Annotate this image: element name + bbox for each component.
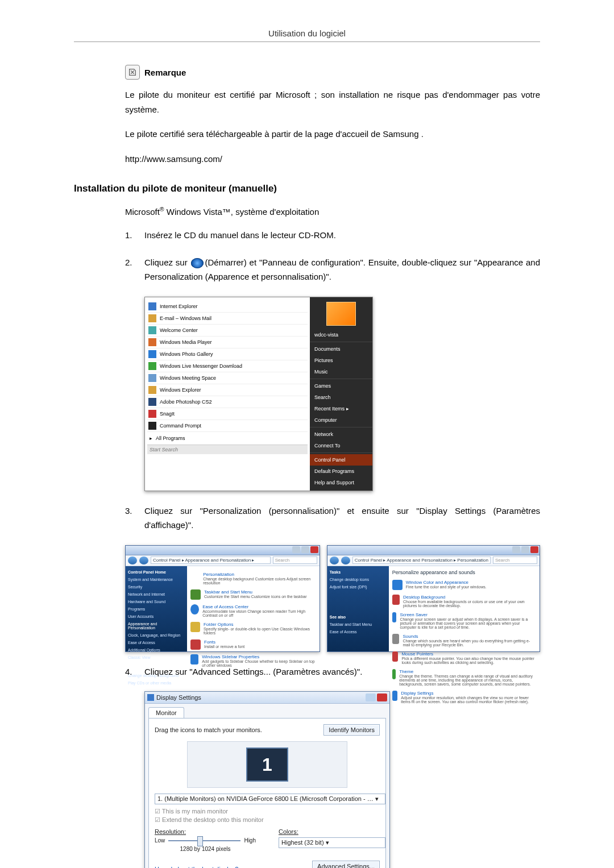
screenshot-display-settings: Display Settings Monitor Drag the icons … xyxy=(144,691,390,868)
sidebar-item[interactable]: Programs xyxy=(128,605,185,613)
start-right-item[interactable]: Default Programs xyxy=(310,466,372,477)
slider-thumb[interactable] xyxy=(197,836,203,846)
sidebar-item[interactable]: Ease of Access xyxy=(330,628,387,636)
cp-item[interactable]: Window Color and AppearanceFine tune the… xyxy=(392,578,536,592)
step-4: 4. Cliquez sur "Advanced Settings... (Pa… xyxy=(125,665,540,679)
ie-icon xyxy=(148,302,156,310)
start-search[interactable]: Start Search xyxy=(147,445,308,454)
nav-back-icon[interactable] xyxy=(330,556,339,564)
start-item[interactable]: Windows Meeting Space xyxy=(147,372,308,384)
sidebar-item[interactable]: Ease of Access xyxy=(128,639,185,646)
start-item[interactable]: SnagIt xyxy=(147,408,308,420)
start-item[interactable]: Internet Explorer xyxy=(147,301,308,313)
cp-item-sub: Specify single- or double-click to open … xyxy=(204,627,316,635)
sidebar-item[interactable]: Taskbar and Start Menu xyxy=(330,621,387,628)
start-right-control-panel[interactable]: Control Panel xyxy=(310,454,372,466)
start-right-item[interactable]: Recent Items ▸ xyxy=(310,403,372,414)
start-item[interactable]: Windows Media Player xyxy=(147,337,308,348)
step-text: Cliquez sur (Démarrer) et "Panneau de co… xyxy=(144,255,540,284)
cp-item[interactable]: FontsInstall or remove a font xyxy=(190,637,316,652)
step-2: 2. Cliquez sur (Démarrer) et "Panneau de… xyxy=(125,255,540,284)
start-right-item[interactable]: Music xyxy=(310,366,372,377)
start-item[interactable]: Windows Explorer xyxy=(147,384,308,396)
start-item-label: Windows Photo Gallery xyxy=(160,351,213,357)
photoshop-icon xyxy=(148,398,156,406)
start-item-label: Welcome Center xyxy=(160,327,198,333)
breadcrumb[interactable]: Control Panel ▸ Appearance and Personali… xyxy=(151,556,271,564)
step-text: Cliquez sur "Personalization (personnali… xyxy=(144,504,540,533)
cp-item-title: Desktop Background xyxy=(403,595,536,600)
colors-dropdown[interactable]: Highest (32 bit) ▾ xyxy=(279,837,385,848)
start-item[interactable]: Adobe Photoshop CS2 xyxy=(147,396,308,408)
chk-extend-desktop[interactable]: ☑ Extend the desktop onto this monitor xyxy=(155,816,380,824)
start-item[interactable]: Command Prompt xyxy=(147,420,308,432)
sidebar-item[interactable]: Adjust font size (DPI) xyxy=(330,583,387,591)
sidebar-item[interactable]: Clock, Language, and Region xyxy=(128,632,185,639)
start-right-item[interactable]: Help and Support xyxy=(310,477,372,488)
sidebar-item-active[interactable]: Appearance and Personalization xyxy=(128,620,185,632)
os-prefix: Microsoft xyxy=(125,207,160,217)
search-input[interactable]: Search xyxy=(273,556,317,564)
start-right-item[interactable]: Games xyxy=(310,380,372,392)
cp-item[interactable]: Folder OptionsSpecify single- or double-… xyxy=(190,620,316,637)
start-item-label: Adobe Photoshop CS2 xyxy=(160,399,212,405)
start-item-label: Windows Explorer xyxy=(160,387,201,393)
tab-monitor[interactable]: Monitor xyxy=(148,707,184,718)
breadcrumb[interactable]: Control Panel ▸ Appearance and Personali… xyxy=(352,556,491,564)
identify-monitors-button[interactable]: Identify Monitors xyxy=(323,724,380,736)
cp-item[interactable]: Taskbar and Start MenuCustomize the Star… xyxy=(190,587,316,602)
monitor-preview[interactable]: 1 xyxy=(187,741,347,788)
cp-item[interactable]: Desktop BackgroundChoose from available … xyxy=(392,592,536,610)
sidebar-item[interactable]: User Accounts xyxy=(128,613,185,620)
sidebar-item[interactable]: Additional Options xyxy=(128,646,185,654)
sidebar-item[interactable]: Hardware and Sound xyxy=(128,598,185,605)
nav-fwd-icon[interactable] xyxy=(341,556,350,564)
start-item[interactable]: Welcome Center xyxy=(147,325,308,337)
help-link[interactable]: How do I get the best display? xyxy=(155,866,238,868)
cp-item-sub: Change your screen saver or adjust when … xyxy=(400,617,536,629)
monitor-dropdown[interactable]: 1. (Multiple Monitors) on NVIDIA GeForce… xyxy=(155,794,385,804)
sidebar-item[interactable]: System and Maintenance xyxy=(128,576,185,583)
start-item[interactable]: Windows Live Messenger Download xyxy=(147,360,308,372)
sidebar-item[interactable]: Change desktop icons xyxy=(330,576,387,583)
header-rule xyxy=(74,41,540,42)
monitor-thumb[interactable]: 1 xyxy=(246,747,288,782)
start-item[interactable]: E-mail – Windows Mail xyxy=(147,313,308,325)
explorer-icon xyxy=(148,386,156,394)
cp-item[interactable]: Display SettingsAdjust your monitor reso… xyxy=(392,688,536,706)
trademark-mark: ™ xyxy=(222,207,231,217)
start-right-item[interactable]: Network xyxy=(310,429,372,440)
window-controls[interactable] xyxy=(292,546,318,553)
all-programs[interactable]: ▸ All Programs xyxy=(147,432,308,445)
start-right-item[interactable]: Search xyxy=(310,392,372,403)
cp-sidebar: Tasks Change desktop icons Adjust font s… xyxy=(327,566,389,651)
window-controls[interactable] xyxy=(366,693,387,701)
advanced-settings-button[interactable]: Advanced Settings... xyxy=(312,861,380,868)
cp-item[interactable]: SoundsChange which sounds are heard when… xyxy=(392,632,536,649)
start-right-item[interactable]: Connect To xyxy=(310,440,372,451)
resolution-slider[interactable]: Low High xyxy=(155,837,256,844)
start-right-item[interactable]: Pictures xyxy=(310,355,372,366)
window-controls[interactable] xyxy=(512,546,538,553)
cp-item[interactable]: PersonalizationChange desktop background… xyxy=(190,570,316,587)
ease-icon xyxy=(190,604,199,614)
start-right-item[interactable]: Documents xyxy=(310,343,372,355)
slider-track[interactable] xyxy=(168,840,240,841)
address-bar: Control Panel ▸ Appearance and Personali… xyxy=(327,555,540,566)
sidebar-item[interactable]: Security xyxy=(128,583,185,591)
sidebar-item[interactable]: Play CDs or other media xyxy=(128,679,185,687)
cp-item[interactable]: Ease of Access CenterAccommodate low vis… xyxy=(190,602,316,620)
start-right-item[interactable]: Computer xyxy=(310,414,372,426)
chk-main-monitor[interactable]: ☑ This is my main monitor xyxy=(155,808,380,815)
start-right-item[interactable]: wdcc-vista xyxy=(310,329,372,340)
window-title: Display Settings xyxy=(156,694,201,701)
step-number: 4. xyxy=(125,665,144,679)
start-item[interactable]: Windows Photo Gallery xyxy=(147,348,308,360)
nav-fwd-icon[interactable] xyxy=(139,556,148,564)
sidebar-item[interactable]: Classic View xyxy=(128,654,185,661)
window-icon xyxy=(147,694,154,701)
cp-item[interactable]: Screen SaverChange your screen saver or … xyxy=(392,610,536,632)
nav-back-icon[interactable] xyxy=(128,556,137,564)
search-input[interactable]: Search xyxy=(493,556,537,564)
sidebar-item[interactable]: Network and Internet xyxy=(128,591,185,598)
